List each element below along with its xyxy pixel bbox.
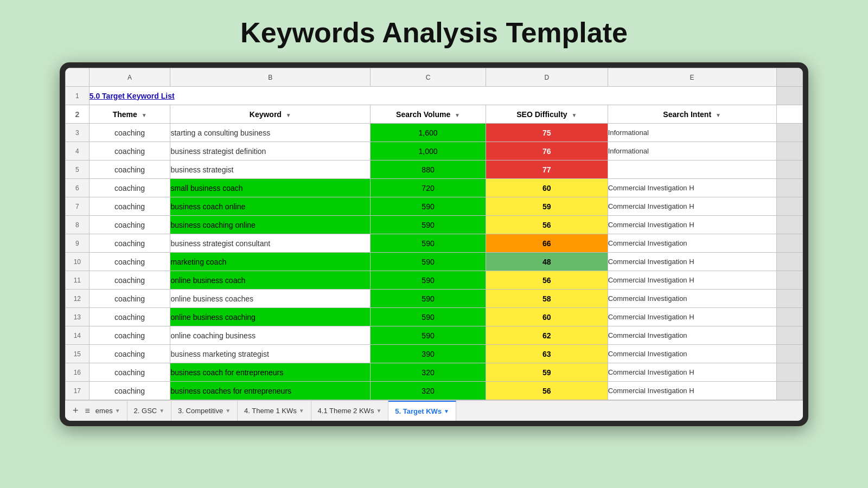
cell-keyword[interactable]: business coach online [170,197,371,216]
cell-intent[interactable]: Informational [608,142,776,160]
cell-intent[interactable]: Commercial Investigation H [608,253,776,271]
cell-difficulty[interactable]: 48 [486,253,608,271]
cell-volume[interactable]: 590 [371,197,486,216]
cell-intent[interactable]: Commercial Investigation H [608,382,776,400]
cell-theme[interactable]: coaching [89,142,170,160]
cell-volume[interactable]: 590 [371,290,486,308]
cell-volume[interactable]: 880 [371,160,486,179]
cell-theme[interactable]: coaching [89,382,170,400]
cell-intent[interactable]: Commercial Investigation [608,234,776,253]
cell-difficulty[interactable]: 62 [486,326,608,345]
cell-theme[interactable]: coaching [89,179,170,197]
row-num-16: 16 [66,363,90,382]
col-volume-header[interactable]: Search Volume ▼ [371,105,486,124]
cell-keyword[interactable]: marketing coach [170,253,371,271]
cell-keyword[interactable]: business strategist consultant [170,234,371,253]
cell-difficulty[interactable]: 77 [486,160,608,179]
cell-theme[interactable]: coaching [89,308,170,326]
cell-theme[interactable]: coaching [89,234,170,253]
cell-difficulty[interactable]: 56 [486,216,608,234]
cell-intent[interactable]: Commercial Investigation [608,290,776,308]
cell-difficulty[interactable]: 60 [486,179,608,197]
col-header-c[interactable]: C [371,68,486,87]
cell-volume[interactable]: 590 [371,326,486,345]
cell-keyword[interactable]: business strategist definition [170,142,371,160]
cell-keyword[interactable]: online coaching business [170,326,371,345]
cell-keyword[interactable]: online business coaches [170,290,371,308]
cell-theme[interactable]: coaching [89,197,170,216]
theme-filter-icon[interactable]: ▼ [142,112,147,118]
cell-difficulty[interactable]: 58 [486,290,608,308]
cell-theme[interactable]: coaching [89,290,170,308]
cell-difficulty[interactable]: 75 [486,124,608,142]
cell-intent[interactable] [608,160,776,179]
cell-intent[interactable]: Commercial Investigation [608,326,776,345]
cell-difficulty[interactable]: 76 [486,142,608,160]
cell-intent[interactable]: Commercial Investigation H [608,271,776,290]
intent-filter-icon[interactable]: ▼ [716,112,721,118]
cell-intent[interactable]: Commercial Investigation [608,345,776,363]
tab-themes[interactable]: emes ▼ [93,401,127,421]
keyword-filter-icon[interactable]: ▼ [286,112,291,118]
cell-intent[interactable]: Commercial Investigation H [608,179,776,197]
col-header-e[interactable]: E [608,68,776,87]
col-header-d[interactable]: D [486,68,608,87]
cell-theme[interactable]: coaching [89,160,170,179]
cell-volume[interactable]: 1,000 [371,142,486,160]
cell-keyword[interactable]: small business coach [170,179,371,197]
cell-difficulty[interactable]: 60 [486,308,608,326]
cell-difficulty[interactable]: 63 [486,345,608,363]
cell-keyword[interactable]: online business coaching [170,308,371,326]
cell-intent[interactable]: Commercial Investigation H [608,308,776,326]
cell-volume[interactable]: 320 [371,363,486,382]
cell-intent[interactable]: Commercial Investigation H [608,363,776,382]
cell-theme[interactable]: coaching [89,253,170,271]
cell-difficulty[interactable]: 59 [486,197,608,216]
cell-keyword[interactable]: business coaches for entrepreneurs [170,382,371,400]
cell-theme[interactable]: coaching [89,271,170,290]
tab-theme1kws[interactable]: 4. Theme 1 KWs ▼ [238,401,311,421]
cell-theme[interactable]: coaching [89,216,170,234]
merged-title-cell[interactable]: 5.0 Target Keyword List [89,87,776,105]
col-intent-header[interactable]: Search Intent ▼ [608,105,776,124]
cell-volume[interactable]: 320 [371,382,486,400]
cell-volume[interactable]: 590 [371,253,486,271]
cell-volume[interactable]: 590 [371,271,486,290]
add-sheet-button[interactable]: + [69,405,82,416]
tab-gsc[interactable]: 2. GSC ▼ [127,401,172,421]
cell-volume[interactable]: 1,600 [371,124,486,142]
cell-theme[interactable]: coaching [89,363,170,382]
difficulty-filter-icon[interactable]: ▼ [572,112,577,118]
cell-difficulty[interactable]: 66 [486,234,608,253]
sheet-list-button[interactable]: ≡ [82,406,93,416]
volume-filter-icon[interactable]: ▼ [455,112,460,118]
cell-difficulty[interactable]: 56 [486,382,608,400]
cell-keyword[interactable]: starting a consulting business [170,124,371,142]
cell-volume[interactable]: 590 [371,234,486,253]
cell-difficulty[interactable]: 59 [486,363,608,382]
cell-volume[interactable]: 390 [371,345,486,363]
col-difficulty-header[interactable]: SEO Difficulty ▼ [486,105,608,124]
cell-keyword[interactable]: business coach for entrepreneurs [170,363,371,382]
tab-targetkws[interactable]: 5. Target KWs ▼ [388,401,456,421]
tab-competitive[interactable]: 3. Competitive ▼ [171,401,238,421]
tab-theme2kws[interactable]: 4.1 Theme 2 KWs ▼ [311,401,389,421]
cell-intent[interactable]: Informational [608,124,776,142]
col-header-a[interactable]: A [89,68,170,87]
cell-intent[interactable]: Commercial Investigation H [608,216,776,234]
cell-keyword[interactable]: business strategist [170,160,371,179]
cell-volume[interactable]: 590 [371,308,486,326]
cell-keyword[interactable]: online business coach [170,271,371,290]
cell-intent[interactable]: Commercial Investigation H [608,197,776,216]
cell-theme[interactable]: coaching [89,124,170,142]
cell-difficulty[interactable]: 56 [486,271,608,290]
col-header-b[interactable]: B [170,68,371,87]
col-theme-header[interactable]: Theme ▼ [89,105,170,124]
cell-keyword[interactable]: business coaching online [170,216,371,234]
cell-volume[interactable]: 720 [371,179,486,197]
cell-keyword[interactable]: business marketing strategist [170,345,371,363]
col-keyword-header[interactable]: Keyword ▼ [170,105,371,124]
cell-theme[interactable]: coaching [89,326,170,345]
cell-theme[interactable]: coaching [89,345,170,363]
cell-volume[interactable]: 590 [371,216,486,234]
